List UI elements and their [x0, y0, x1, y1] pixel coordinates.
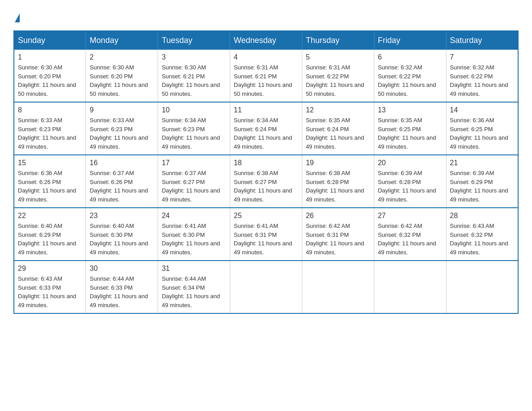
day-number: 26: [306, 212, 370, 220]
calendar-cell: [446, 261, 518, 313]
logo-triangle-icon: [15, 13, 20, 22]
day-info: Sunrise: 6:42 AMSunset: 6:32 PMDaylight:…: [378, 222, 442, 257]
day-number: 28: [450, 212, 514, 220]
calendar-cell: 26Sunrise: 6:42 AMSunset: 6:31 PMDayligh…: [302, 208, 374, 261]
column-header-wednesday: Wednesday: [230, 31, 302, 50]
calendar-cell: 12Sunrise: 6:35 AMSunset: 6:24 PMDayligh…: [302, 102, 374, 155]
day-info: Sunrise: 6:35 AMSunset: 6:25 PMDaylight:…: [378, 116, 442, 151]
calendar-cell: [374, 261, 446, 313]
day-number: 2: [90, 53, 154, 61]
page-header: [13, 13, 519, 21]
day-info: Sunrise: 6:34 AMSunset: 6:23 PMDaylight:…: [162, 116, 226, 151]
day-info: Sunrise: 6:41 AMSunset: 6:30 PMDaylight:…: [162, 222, 226, 257]
calendar-cell: 30Sunrise: 6:44 AMSunset: 6:33 PMDayligh…: [86, 261, 158, 313]
day-number: 31: [162, 265, 226, 273]
column-header-thursday: Thursday: [302, 31, 374, 50]
day-info: Sunrise: 6:31 AMSunset: 6:22 PMDaylight:…: [306, 63, 370, 98]
day-info: Sunrise: 6:37 AMSunset: 6:27 PMDaylight:…: [162, 169, 226, 204]
calendar-cell: [302, 261, 374, 313]
day-number: 25: [234, 212, 298, 220]
calendar-cell: 6Sunrise: 6:32 AMSunset: 6:22 PMDaylight…: [374, 50, 446, 102]
day-number: 15: [18, 159, 82, 167]
day-number: 27: [378, 212, 442, 220]
calendar-cell: 1Sunrise: 6:30 AMSunset: 6:20 PMDaylight…: [14, 50, 86, 102]
day-number: 21: [450, 159, 514, 167]
day-number: 14: [450, 106, 514, 114]
logo: [13, 13, 20, 21]
day-info: Sunrise: 6:44 AMSunset: 6:33 PMDaylight:…: [90, 274, 154, 309]
calendar-cell: 8Sunrise: 6:33 AMSunset: 6:23 PMDaylight…: [14, 102, 86, 155]
day-number: 10: [162, 106, 226, 114]
calendar-cell: 14Sunrise: 6:36 AMSunset: 6:25 PMDayligh…: [446, 102, 518, 155]
day-number: 4: [234, 53, 298, 61]
day-info: Sunrise: 6:39 AMSunset: 6:28 PMDaylight:…: [378, 169, 442, 204]
day-info: Sunrise: 6:40 AMSunset: 6:29 PMDaylight:…: [18, 222, 82, 257]
calendar-cell: 28Sunrise: 6:43 AMSunset: 6:32 PMDayligh…: [446, 208, 518, 261]
column-header-saturday: Saturday: [446, 31, 518, 50]
day-number: 19: [306, 159, 370, 167]
calendar-cell: 21Sunrise: 6:39 AMSunset: 6:29 PMDayligh…: [446, 155, 518, 208]
day-number: 12: [306, 106, 370, 114]
day-number: 23: [90, 212, 154, 220]
day-info: Sunrise: 6:30 AMSunset: 6:21 PMDaylight:…: [162, 63, 226, 98]
column-header-monday: Monday: [86, 31, 158, 50]
day-info: Sunrise: 6:34 AMSunset: 6:24 PMDaylight:…: [234, 116, 298, 151]
day-info: Sunrise: 6:33 AMSunset: 6:23 PMDaylight:…: [90, 116, 154, 151]
calendar-cell: 13Sunrise: 6:35 AMSunset: 6:25 PMDayligh…: [374, 102, 446, 155]
column-header-sunday: Sunday: [14, 31, 86, 50]
calendar-cell: 27Sunrise: 6:42 AMSunset: 6:32 PMDayligh…: [374, 208, 446, 261]
day-number: 13: [378, 106, 442, 114]
calendar-cell: 22Sunrise: 6:40 AMSunset: 6:29 PMDayligh…: [14, 208, 86, 261]
day-number: 5: [306, 53, 370, 61]
column-header-tuesday: Tuesday: [158, 31, 230, 50]
calendar-cell: 17Sunrise: 6:37 AMSunset: 6:27 PMDayligh…: [158, 155, 230, 208]
day-info: Sunrise: 6:37 AMSunset: 6:26 PMDaylight:…: [90, 169, 154, 204]
day-number: 17: [162, 159, 226, 167]
calendar-cell: 10Sunrise: 6:34 AMSunset: 6:23 PMDayligh…: [158, 102, 230, 155]
day-number: 24: [162, 212, 226, 220]
calendar-cell: 31Sunrise: 6:44 AMSunset: 6:34 PMDayligh…: [158, 261, 230, 313]
day-number: 8: [18, 106, 82, 114]
calendar-cell: 23Sunrise: 6:40 AMSunset: 6:30 PMDayligh…: [86, 208, 158, 261]
day-info: Sunrise: 6:38 AMSunset: 6:28 PMDaylight:…: [306, 169, 370, 204]
calendar-cell: 25Sunrise: 6:41 AMSunset: 6:31 PMDayligh…: [230, 208, 302, 261]
day-number: 20: [378, 159, 442, 167]
day-info: Sunrise: 6:40 AMSunset: 6:30 PMDaylight:…: [90, 222, 154, 257]
day-info: Sunrise: 6:32 AMSunset: 6:22 PMDaylight:…: [450, 63, 514, 98]
calendar-cell: 3Sunrise: 6:30 AMSunset: 6:21 PMDaylight…: [158, 50, 230, 102]
week-row-5: 29Sunrise: 6:43 AMSunset: 6:33 PMDayligh…: [14, 261, 518, 313]
day-number: 16: [90, 159, 154, 167]
day-number: 29: [18, 265, 82, 273]
calendar-cell: [230, 261, 302, 313]
week-row-3: 15Sunrise: 6:36 AMSunset: 6:26 PMDayligh…: [14, 155, 518, 208]
day-info: Sunrise: 6:39 AMSunset: 6:29 PMDaylight:…: [450, 169, 514, 204]
day-info: Sunrise: 6:43 AMSunset: 6:33 PMDaylight:…: [18, 274, 82, 309]
calendar-table: SundayMondayTuesdayWednesdayThursdayFrid…: [13, 30, 519, 314]
day-info: Sunrise: 6:35 AMSunset: 6:24 PMDaylight:…: [306, 116, 370, 151]
calendar-cell: 20Sunrise: 6:39 AMSunset: 6:28 PMDayligh…: [374, 155, 446, 208]
day-info: Sunrise: 6:32 AMSunset: 6:22 PMDaylight:…: [378, 63, 442, 98]
day-number: 9: [90, 106, 154, 114]
day-info: Sunrise: 6:36 AMSunset: 6:26 PMDaylight:…: [18, 169, 82, 204]
calendar-cell: 4Sunrise: 6:31 AMSunset: 6:21 PMDaylight…: [230, 50, 302, 102]
calendar-cell: 5Sunrise: 6:31 AMSunset: 6:22 PMDaylight…: [302, 50, 374, 102]
day-info: Sunrise: 6:33 AMSunset: 6:23 PMDaylight:…: [18, 116, 82, 151]
calendar-cell: 19Sunrise: 6:38 AMSunset: 6:28 PMDayligh…: [302, 155, 374, 208]
column-header-friday: Friday: [374, 31, 446, 50]
week-row-1: 1Sunrise: 6:30 AMSunset: 6:20 PMDaylight…: [14, 50, 518, 102]
day-info: Sunrise: 6:30 AMSunset: 6:20 PMDaylight:…: [90, 63, 154, 98]
calendar-cell: 24Sunrise: 6:41 AMSunset: 6:30 PMDayligh…: [158, 208, 230, 261]
week-row-4: 22Sunrise: 6:40 AMSunset: 6:29 PMDayligh…: [14, 208, 518, 261]
day-number: 11: [234, 106, 298, 114]
calendar-cell: 11Sunrise: 6:34 AMSunset: 6:24 PMDayligh…: [230, 102, 302, 155]
calendar-cell: 29Sunrise: 6:43 AMSunset: 6:33 PMDayligh…: [14, 261, 86, 313]
day-number: 1: [18, 53, 82, 61]
day-info: Sunrise: 6:31 AMSunset: 6:21 PMDaylight:…: [234, 63, 298, 98]
day-number: 3: [162, 53, 226, 61]
calendar-cell: 15Sunrise: 6:36 AMSunset: 6:26 PMDayligh…: [14, 155, 86, 208]
day-info: Sunrise: 6:43 AMSunset: 6:32 PMDaylight:…: [450, 222, 514, 257]
day-number: 6: [378, 53, 442, 61]
day-info: Sunrise: 6:38 AMSunset: 6:27 PMDaylight:…: [234, 169, 298, 204]
week-row-2: 8Sunrise: 6:33 AMSunset: 6:23 PMDaylight…: [14, 102, 518, 155]
day-number: 7: [450, 53, 514, 61]
